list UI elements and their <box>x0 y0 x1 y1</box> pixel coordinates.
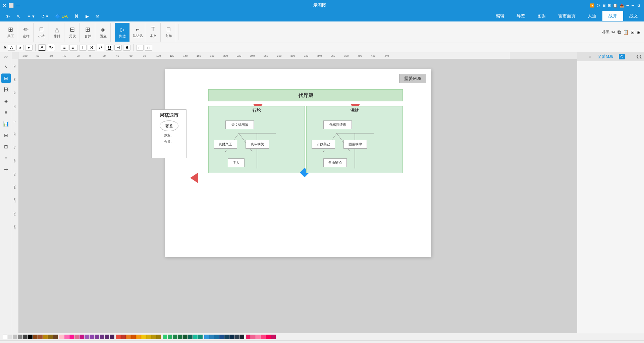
color-green5[interactable] <box>183 335 187 339</box>
font-size-large[interactable]: A <box>8 45 15 51</box>
sidebar-expand-btn[interactable]: >> <box>4 55 8 59</box>
color-pink2[interactable] <box>64 335 69 339</box>
color-magenta4[interactable] <box>261 335 266 339</box>
tool-merge[interactable]: ⊞ 合并 <box>80 23 95 42</box>
titlebar-icon1[interactable]: 🔽 <box>590 3 595 8</box>
toolbar-resize-icon[interactable]: ⊡ <box>631 30 635 35</box>
close-icon[interactable]: ✕ <box>3 3 6 8</box>
color-teal2[interactable] <box>193 335 198 339</box>
color-orange2[interactable] <box>131 335 136 339</box>
font-color-a[interactable]: A <box>38 44 46 51</box>
color-teal3[interactable] <box>198 335 203 339</box>
font-dropdown[interactable]: ▾ <box>25 45 33 51</box>
color-navy5[interactable] <box>239 335 244 339</box>
toolbar-paste-icon[interactable]: 📋 <box>623 30 629 35</box>
color-pink5[interactable] <box>79 335 84 339</box>
menu-expand-btn[interactable]: ≫ <box>3 12 13 20</box>
color-purple1[interactable] <box>85 335 89 339</box>
color-yellow2[interactable] <box>141 335 146 339</box>
color-green1[interactable] <box>163 335 167 339</box>
color-navy3[interactable] <box>229 335 234 339</box>
color-navy2[interactable] <box>224 335 229 339</box>
undo-icon[interactable]: ↩ <box>626 3 629 8</box>
toolbar-scissors-icon[interactable]: ✂ <box>611 30 615 35</box>
browser-icon[interactable]: G <box>636 3 641 8</box>
color-magenta2[interactable] <box>251 335 256 339</box>
menu-tab-edit[interactable]: 编辑 <box>490 11 511 21</box>
redo-icon[interactable]: ↪ <box>631 3 634 8</box>
color-yellow3[interactable] <box>146 335 151 339</box>
font-underline-btn[interactable]: U <box>106 45 113 51</box>
menu-tab-assets[interactable]: 图财 <box>531 11 552 21</box>
toolbar-copy-icon[interactable]: ⧉ <box>618 29 621 35</box>
color-brown4[interactable] <box>53 335 58 339</box>
color-mgray[interactable] <box>18 335 22 339</box>
color-yellow1[interactable] <box>136 335 141 339</box>
sidebar-cursor[interactable]: ↖ <box>1 62 11 71</box>
restore-icon[interactable]: ⬜ <box>8 3 14 8</box>
color-purple3[interactable] <box>95 335 99 339</box>
menu-tab-nav[interactable]: 导览 <box>511 11 531 21</box>
sidebar-lines[interactable]: ≡ <box>1 153 11 163</box>
menu-tab-battle[interactable]: 战开 <box>602 11 623 21</box>
font-strikethrough-btn[interactable]: S <box>88 45 95 51</box>
color-navy1[interactable] <box>219 335 224 339</box>
tool-size[interactable]: □ 小大 <box>34 23 49 42</box>
menu-select-icon[interactable]: ▶ <box>83 12 92 20</box>
tool-element[interactable]: ⊟ 元伙 <box>65 23 80 42</box>
sidebar-text-lines[interactable]: ≡ <box>1 108 11 117</box>
color-yellow5[interactable] <box>156 335 161 339</box>
sidebar-image[interactable]: 🖼 <box>1 85 11 94</box>
font-list2-btn[interactable]: ≡↑ <box>69 45 78 51</box>
color-black[interactable] <box>28 335 33 339</box>
font-box1[interactable]: □ <box>136 45 144 51</box>
color-brown3[interactable] <box>48 335 53 339</box>
menu-tab-text[interactable]: 战文 <box>623 11 644 21</box>
color-green2[interactable] <box>168 335 172 339</box>
color-purple5[interactable] <box>105 335 109 339</box>
color-pink3[interactable] <box>69 335 74 339</box>
titlebar-icon2[interactable]: ⬡ <box>597 3 600 8</box>
font-indent-btn[interactable]: T <box>79 45 87 51</box>
font-subscript-btn[interactable]: x2 <box>47 44 55 51</box>
color-blue2[interactable] <box>209 335 214 339</box>
color-blue3[interactable] <box>214 335 219 339</box>
menu-shapes-icon[interactable]: ✦ ▾ <box>24 12 37 20</box>
color-teal1[interactable] <box>188 335 193 339</box>
menu-comment-icon[interactable]: ✉ <box>93 12 102 20</box>
color-red1[interactable] <box>116 335 121 339</box>
titlebar-icon5[interactable]: 📋 <box>613 3 618 8</box>
color-magenta6[interactable] <box>271 335 276 339</box>
font-superscript-btn[interactable]: x2 <box>97 44 105 51</box>
font-align-center-btn[interactable]: ⊣ <box>114 45 122 51</box>
sidebar-dashboard[interactable]: ⊞ <box>1 142 11 151</box>
color-lgray[interactable] <box>8 335 12 339</box>
color-magenta3[interactable] <box>256 335 261 339</box>
color-pink1[interactable] <box>59 335 64 339</box>
menu-arrow-icon[interactable]: ↺ ▾ <box>39 12 51 20</box>
color-gray[interactable] <box>13 335 17 339</box>
font-bold-btn[interactable]: B <box>123 45 130 51</box>
color-goldenrod[interactable] <box>43 335 48 339</box>
tool-connect[interactable]: ⌐ 达达达 <box>130 23 145 42</box>
tool-text[interactable]: T 本文 <box>146 23 161 42</box>
menu-logo-icon[interactable]: 🔷 DA <box>52 12 70 20</box>
color-green4[interactable] <box>178 335 182 339</box>
sidebar-table[interactable]: ⊟ <box>1 131 11 140</box>
color-purple6[interactable] <box>110 335 114 339</box>
toolbar-align-icon[interactable]: ⊞ <box>637 30 641 35</box>
panel-tab-label[interactable]: 坚赘MJ8 <box>594 52 618 61</box>
color-pink4[interactable] <box>74 335 79 339</box>
menu-tab-page[interactable]: 窗市面页 <box>552 11 582 21</box>
page-canvas[interactable]: 坚赘MJ8 果茲迊市 张差 默业。 合员。 代昇箴 <box>19 59 577 333</box>
color-magenta1[interactable] <box>246 335 251 339</box>
tool-style[interactable]: ✏ 左样 <box>19 23 34 42</box>
sidebar-crosshair[interactable]: ✛ <box>1 165 11 174</box>
font-list-btn[interactable]: ≡ <box>61 45 68 51</box>
tool-tools[interactable]: ⊞ 具工 <box>3 23 18 42</box>
color-blue1[interactable] <box>204 335 209 339</box>
color-red2[interactable] <box>121 335 126 339</box>
color-brown1[interactable] <box>33 335 38 339</box>
sidebar-layers[interactable]: ◈ <box>1 96 11 106</box>
color-green3[interactable] <box>173 335 177 339</box>
